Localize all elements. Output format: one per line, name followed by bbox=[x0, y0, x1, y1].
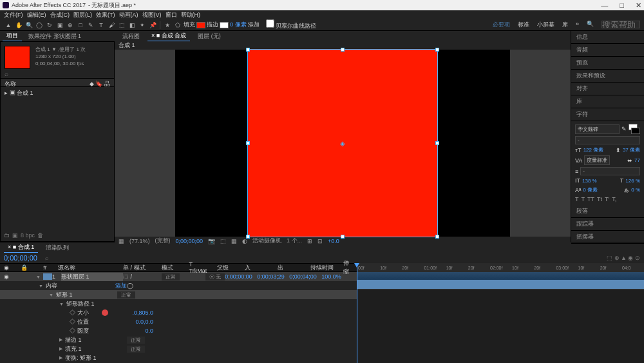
faux-italic[interactable]: T bbox=[582, 196, 585, 202]
timeline-tab-render[interactable]: 渲染队列 bbox=[42, 243, 73, 253]
add-label[interactable]: 添加 bbox=[248, 21, 260, 29]
composition-viewer[interactable]: ◈ bbox=[115, 50, 571, 237]
handle-ml[interactable] bbox=[246, 141, 250, 145]
anchor-tool[interactable]: ⊕ bbox=[66, 21, 75, 30]
bezier-checkbox[interactable] bbox=[266, 19, 274, 28]
playhead[interactable] bbox=[357, 263, 357, 363]
panel-wiggle[interactable]: 摇摆器 bbox=[571, 231, 644, 244]
menu-file[interactable]: 文件(F) bbox=[4, 11, 23, 19]
current-timecode[interactable]: 0;00;00;00 bbox=[0, 253, 41, 263]
menu-effect[interactable]: 效果(T) bbox=[96, 11, 115, 19]
small-caps[interactable]: Tt bbox=[597, 196, 602, 202]
superscript[interactable]: T' bbox=[605, 196, 609, 202]
brush-tool[interactable]: 🖌 bbox=[107, 21, 116, 30]
work-area[interactable] bbox=[357, 272, 644, 280]
workspace-standard[interactable]: 标准 bbox=[518, 21, 529, 29]
panel-align[interactable]: 对齐 bbox=[571, 83, 644, 95]
selection-tool[interactable]: ▲ bbox=[4, 21, 13, 30]
rotate-tool[interactable]: ↻ bbox=[45, 21, 54, 30]
search-help-input[interactable] bbox=[601, 21, 640, 28]
font-style-dropdown[interactable]: - bbox=[575, 136, 640, 144]
pen-tool[interactable]: ✎ bbox=[86, 21, 95, 30]
red-rectangle-shape[interactable]: ◈ bbox=[248, 50, 437, 237]
tab-effect-controls[interactable]: 效果控件 形状图层 1 bbox=[24, 32, 85, 41]
fill-color-swatch[interactable] bbox=[196, 22, 205, 28]
graph-editor-area[interactable] bbox=[357, 289, 644, 353]
tab-flowchart[interactable]: 流程图 bbox=[118, 32, 144, 41]
panel-tracker[interactable]: 跟踪器 bbox=[571, 218, 644, 231]
layer-duration-bar[interactable] bbox=[357, 280, 644, 289]
panel-effects[interactable]: 效果和预设 bbox=[571, 70, 644, 83]
rect-tool[interactable]: □ bbox=[76, 21, 85, 30]
prop-stroke[interactable]: ▶描边 1正常 bbox=[0, 335, 357, 344]
anchor-point-icon[interactable]: ◈ bbox=[339, 140, 346, 146]
handle-tl[interactable] bbox=[246, 48, 250, 52]
leading[interactable]: 37 像素 bbox=[623, 146, 640, 153]
comp-thumbnail[interactable] bbox=[5, 46, 30, 69]
timeline-tab-comp[interactable]: × ■ 合成 1 bbox=[4, 242, 38, 253]
clone-tool[interactable]: ⬚ bbox=[117, 21, 126, 30]
search-layers-icon[interactable]: ⌕ bbox=[45, 255, 48, 261]
new-folder-icon[interactable]: ▣ bbox=[12, 232, 18, 239]
col-name[interactable]: 名称 bbox=[5, 80, 16, 85]
time-ruler[interactable]: 00f10f 20f01:00f 10f20f 02:00f10f 20f03:… bbox=[357, 263, 644, 272]
hand-tool[interactable]: ✋ bbox=[14, 21, 23, 30]
font-size[interactable]: 122 像素 bbox=[583, 146, 604, 153]
workspace-lib[interactable]: 库 bbox=[562, 21, 568, 29]
keyframe-badge[interactable] bbox=[102, 309, 108, 316]
eraser-tool[interactable]: ◧ bbox=[128, 21, 137, 30]
layer-mode[interactable]: 正常 bbox=[162, 273, 180, 280]
faux-bold[interactable]: T bbox=[575, 196, 579, 202]
bpc-toggle[interactable]: 8 bpc bbox=[21, 232, 35, 239]
subscript[interactable]: T, bbox=[612, 196, 616, 202]
track-area[interactable]: 00f10f 20f01:00f 10f20f 02:00f10f 20f03:… bbox=[357, 263, 644, 363]
tab-layer-viewer[interactable]: 图层 (无) bbox=[194, 32, 225, 41]
project-item-comp[interactable]: ▸ ▣ 合成 1 bbox=[5, 88, 110, 98]
vscale[interactable]: 138 % bbox=[582, 178, 597, 184]
font-family-dropdown[interactable]: 华文魏碑 bbox=[575, 124, 620, 134]
tab-project[interactable]: 项目 bbox=[3, 31, 22, 41]
panel-char[interactable]: 字符 bbox=[571, 108, 644, 121]
orbit-tool[interactable]: ◯ bbox=[35, 21, 44, 30]
text-stroke-swatch[interactable] bbox=[631, 128, 640, 134]
workspace-essential[interactable]: 必要项 bbox=[493, 21, 510, 29]
camera-tool[interactable]: ▣ bbox=[55, 21, 64, 30]
menu-edit[interactable]: 编辑(E) bbox=[27, 11, 46, 19]
prop-roundness[interactable]: ◇ 圆度0.0 bbox=[0, 326, 357, 335]
hscale[interactable]: 126 % bbox=[625, 178, 640, 184]
tab-comp-viewer[interactable]: × ■ 合成 合成 bbox=[147, 31, 190, 41]
panel-libs[interactable]: 库 bbox=[571, 95, 644, 108]
star-icon[interactable]: ★ bbox=[163, 21, 172, 30]
puppet-tool[interactable]: 📌 bbox=[148, 21, 157, 30]
minimize-button[interactable]: — bbox=[601, 1, 608, 10]
menu-view[interactable]: 视图(V) bbox=[142, 11, 162, 19]
handle-tm[interactable] bbox=[341, 48, 345, 52]
menu-layer[interactable]: 图层(L) bbox=[73, 11, 92, 19]
panel-info[interactable]: 信息 bbox=[571, 31, 644, 44]
roto-tool[interactable]: ✦ bbox=[138, 21, 147, 30]
handle-tr[interactable] bbox=[435, 48, 439, 52]
switches-icons[interactable]: ⬚ ⊕ ▲ ◉ ⊙ bbox=[607, 255, 640, 261]
prop-xform-rect[interactable]: ▶变换: 矩形 1 bbox=[0, 353, 357, 362]
menu-anim[interactable]: 动画(A) bbox=[119, 11, 138, 19]
folder-icon[interactable]: 🗀 bbox=[4, 232, 10, 239]
trash-icon[interactable]: 🗑 bbox=[37, 232, 43, 239]
panel-audio[interactable]: 音频 bbox=[571, 44, 644, 57]
menu-help[interactable]: 帮助(H) bbox=[181, 11, 201, 19]
layer-parent[interactable]: ☉ 无 bbox=[205, 273, 225, 280]
eyedropper-icon[interactable]: ✎ bbox=[621, 126, 627, 132]
col-source[interactable]: 源名称 bbox=[58, 264, 117, 272]
stroke-type[interactable]: - bbox=[580, 167, 640, 175]
stroke-width[interactable]: 0 像素 bbox=[230, 21, 247, 29]
handle-bm[interactable] bbox=[341, 235, 345, 239]
menu-comp[interactable]: 合成(C) bbox=[50, 11, 70, 19]
kerning-dropdown[interactable]: 度量标准 bbox=[584, 155, 610, 165]
handle-br[interactable] bbox=[435, 235, 439, 239]
prop-position[interactable]: ◇ 位置0.0,0.0 bbox=[0, 317, 357, 326]
baseline[interactable]: 0 像素 bbox=[583, 186, 598, 193]
text-tool[interactable]: T bbox=[97, 21, 106, 30]
all-caps[interactable]: TT bbox=[587, 196, 594, 202]
project-search[interactable]: ⌕ bbox=[1, 69, 114, 78]
tsume[interactable]: 0 % bbox=[631, 187, 640, 193]
prop-fill[interactable]: ▶填充 1正常 bbox=[0, 344, 357, 353]
